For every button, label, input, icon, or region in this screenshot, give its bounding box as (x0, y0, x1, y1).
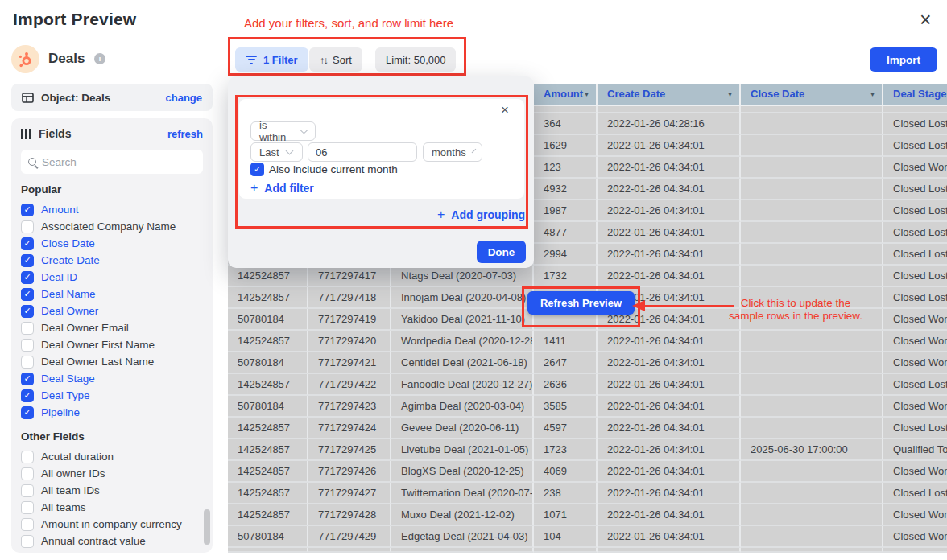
field-item-amount[interactable]: ✓Amount (21, 201, 203, 218)
field-item-all-teams[interactable]: All teams (21, 499, 203, 516)
range-unit-select[interactable]: months (423, 142, 482, 162)
field-item-deal-name[interactable]: ✓Deal Name (21, 286, 203, 303)
field-item-label: Pipeline (41, 406, 80, 418)
range-type-select[interactable]: Last (250, 142, 303, 162)
cell-deal-stage: Closed Won (883, 504, 947, 526)
add-grouping-link[interactable]: + Add grouping (437, 208, 525, 222)
field-item-label: Deal Owner First Name (41, 339, 155, 351)
checkbox-unchecked-icon[interactable] (21, 356, 34, 369)
table-row: 1425248577717297427Twitternation Deal (2… (228, 483, 947, 504)
column-header-create-date[interactable]: Create Date▾ (598, 84, 741, 106)
checkbox-checked-icon[interactable]: ✓ (21, 373, 34, 385)
checkbox-checked-icon[interactable]: ✓ (21, 389, 34, 402)
field-item-close-date[interactable]: ✓Close Date (21, 235, 203, 252)
cell-deal-stage: Closed Lost (883, 374, 947, 396)
checkbox-unchecked-icon[interactable] (21, 451, 34, 463)
field-item-deal-owner[interactable]: ✓Deal Owner (21, 303, 203, 319)
cell-deal-owner: 142524857 (228, 374, 308, 396)
field-item-associated-company-name[interactable]: Associated Company Name (21, 218, 203, 235)
field-item-all-team-ids[interactable]: All team IDs (21, 482, 203, 499)
cell-amount: 1629 (534, 135, 598, 157)
change-object-link[interactable]: change (165, 92, 202, 104)
cell-deal-id: 7717297420 (308, 331, 391, 352)
field-item-deal-id[interactable]: ✓Deal ID (21, 269, 203, 286)
column-dropdown-icon[interactable]: ▾ (585, 84, 589, 105)
cell-deal-name: Edgetag Deal (2021-04-03) (391, 526, 534, 548)
cell-deal-stage: Closed Lost (883, 222, 947, 244)
field-item-amount-in-company-currency[interactable]: Amount in company currency (21, 516, 203, 533)
checkbox-checked-icon[interactable]: ✓ (21, 406, 34, 419)
cell-deal-owner: 142524857 (228, 439, 308, 461)
cell-deal-owner: 142524857 (228, 461, 308, 483)
table-row: 1425248577717297422Fanoodle Deal (2020-1… (228, 374, 947, 396)
cell-create-date (598, 106, 741, 113)
cell-deal-id: 7717297422 (308, 374, 391, 396)
refresh-fields-link[interactable]: refresh (167, 128, 203, 140)
range-unit-value: months (432, 146, 466, 159)
checkbox-checked-icon[interactable]: ✓ (21, 237, 34, 250)
cell-amount: 238 (534, 483, 598, 504)
checkbox-unchecked-icon[interactable] (21, 484, 34, 497)
field-item-deal-type[interactable]: ✓Deal Type (21, 387, 203, 404)
table-row: 1425248577717297417Ntags Deal (2020-07-0… (228, 266, 947, 287)
remove-filter-icon[interactable]: × (501, 102, 509, 118)
row-limit-chip[interactable]: Limit: 50,000 (375, 47, 456, 72)
cell-deal-name: Livetube Deal (2021-01-05) (391, 439, 534, 461)
operator-select[interactable]: is within (250, 121, 316, 141)
column-header-label: Amount (544, 88, 583, 100)
column-dropdown-icon[interactable]: ▾ (870, 84, 875, 105)
field-item-acutal-duration[interactable]: Acutal duration (21, 448, 203, 465)
checkbox-unchecked-icon[interactable] (21, 501, 34, 514)
add-filter-link[interactable]: + Add filter (250, 181, 314, 196)
field-item-label: Deal Type (41, 389, 90, 401)
cell-create-date: 2022-01-26 04:34:01 (598, 200, 741, 222)
cell-create-date: 2022-01-26 04:34:01 (598, 504, 741, 526)
column-header-close-date[interactable]: Close Date▾ (741, 84, 883, 106)
cell-deal-stage: Closed Lost (883, 287, 947, 309)
cell-deal-stage: Closed Won (883, 526, 947, 548)
field-search[interactable] (21, 150, 203, 174)
checkbox-unchecked-icon[interactable] (21, 518, 34, 531)
checkbox-checked-icon[interactable]: ✓ (21, 254, 34, 267)
checkbox-unchecked-icon[interactable] (21, 467, 34, 480)
cell-deal-stage: Closed Lost (883, 113, 947, 135)
field-item-annual-contract-value[interactable]: Annual contract value (21, 533, 203, 550)
cell-create-date: 2022-01-26 04:34:01 (598, 157, 741, 179)
checkbox-unchecked-icon[interactable] (21, 535, 34, 548)
checkbox-unchecked-icon[interactable] (21, 220, 34, 233)
sidebar-scrollbar-thumb[interactable] (204, 509, 210, 545)
include-current-month-label: Also include current month (269, 163, 398, 175)
close-icon[interactable]: × (920, 10, 932, 30)
field-item-pipeline[interactable]: ✓Pipeline (21, 404, 203, 421)
filter-chip[interactable]: 1 Filter (235, 47, 308, 72)
table-row: 1425248577717297425Livetube Deal (2021-0… (228, 439, 947, 461)
field-item-create-date[interactable]: ✓Create Date (21, 252, 203, 269)
field-item-deal-stage[interactable]: ✓Deal Stage (21, 370, 203, 387)
range-value-input[interactable] (308, 142, 417, 162)
cell-close-date (741, 352, 883, 374)
checkbox-checked-icon[interactable]: ✓ (21, 204, 34, 216)
checkbox-checked-icon[interactable]: ✓ (21, 288, 34, 301)
field-item-all-owner-ids[interactable]: All owner IDs (21, 465, 203, 482)
checkbox-checked-icon[interactable]: ✓ (21, 271, 34, 284)
done-button[interactable]: Done (477, 241, 526, 263)
field-item-deal-owner-email[interactable]: Deal Owner Email (21, 319, 203, 336)
checkbox-checked-icon[interactable]: ✓ (21, 305, 34, 318)
checkbox-unchecked-icon[interactable] (21, 322, 34, 335)
info-icon[interactable]: i (94, 53, 105, 64)
cell-deal-stage: Qualified To Buy (883, 439, 947, 461)
column-header-deal-stage[interactable]: Deal Stage▾ (883, 84, 947, 106)
include-current-month-checkbox[interactable]: ✓ (250, 163, 264, 176)
operator-value: is within (259, 119, 294, 143)
checkbox-unchecked-icon[interactable] (21, 339, 34, 352)
field-item-deal-owner-last-name[interactable]: Deal Owner Last Name (21, 353, 203, 370)
column-header-amount[interactable]: Amount▾ (534, 84, 598, 106)
field-item-deal-owner-first-name[interactable]: Deal Owner First Name (21, 336, 203, 353)
search-input[interactable] (42, 156, 196, 168)
sort-chip[interactable]: ↑↓ Sort (309, 47, 362, 72)
refresh-preview-button[interactable]: Refresh Preview (527, 291, 635, 315)
import-button[interactable]: Import (870, 47, 937, 72)
cell-deal-id: 7717297427 (308, 483, 391, 504)
column-dropdown-icon[interactable]: ▾ (728, 84, 732, 105)
refresh-annotation-line2: sample rows in the preview. (722, 310, 869, 323)
